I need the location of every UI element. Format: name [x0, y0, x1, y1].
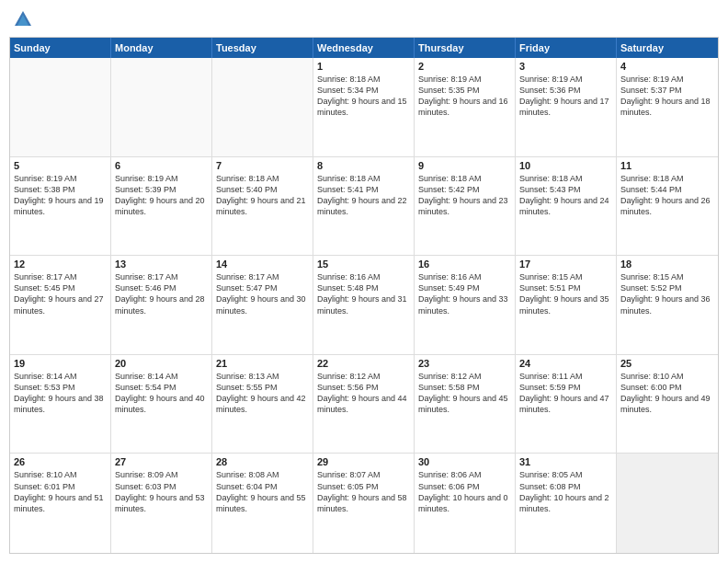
cell-info: Sunrise: 8:14 AM Sunset: 5:54 PM Dayligh…	[115, 371, 208, 416]
cell-info: Sunrise: 8:10 AM Sunset: 6:00 PM Dayligh…	[620, 371, 714, 416]
calendar-cell: 19Sunrise: 8:14 AM Sunset: 5:53 PM Dayli…	[10, 355, 111, 454]
day-number: 17	[519, 259, 612, 270]
calendar-cell	[212, 58, 313, 156]
calendar-cell: 11Sunrise: 8:18 AM Sunset: 5:44 PM Dayli…	[617, 157, 718, 256]
day-number: 21	[216, 358, 309, 369]
day-number: 8	[317, 160, 410, 171]
cell-info: Sunrise: 8:17 AM Sunset: 5:45 PM Dayligh…	[14, 271, 107, 316]
calendar-row: 19Sunrise: 8:14 AM Sunset: 5:53 PM Dayli…	[10, 355, 718, 454]
cell-info: Sunrise: 8:18 AM Sunset: 5:40 PM Dayligh…	[216, 173, 309, 218]
cell-info: Sunrise: 8:09 AM Sunset: 6:03 PM Dayligh…	[115, 469, 208, 514]
calendar-header-day: Thursday	[415, 38, 516, 58]
calendar-cell: 15Sunrise: 8:16 AM Sunset: 5:48 PM Dayli…	[313, 256, 415, 354]
calendar-cell: 21Sunrise: 8:13 AM Sunset: 5:55 PM Dayli…	[212, 355, 313, 454]
calendar-cell: 26Sunrise: 8:10 AM Sunset: 6:01 PM Dayli…	[10, 454, 111, 553]
calendar-cell: 10Sunrise: 8:18 AM Sunset: 5:43 PM Dayli…	[516, 157, 617, 256]
day-number: 18	[620, 259, 714, 270]
day-number: 12	[14, 259, 107, 270]
calendar-cell: 23Sunrise: 8:12 AM Sunset: 5:58 PM Dayli…	[415, 355, 516, 454]
calendar-cell: 22Sunrise: 8:12 AM Sunset: 5:56 PM Dayli…	[313, 355, 415, 454]
cell-info: Sunrise: 8:16 AM Sunset: 5:48 PM Dayligh…	[317, 271, 410, 316]
day-number: 29	[317, 456, 410, 467]
calendar-cell: 13Sunrise: 8:17 AM Sunset: 5:46 PM Dayli…	[111, 256, 212, 354]
calendar-cell: 14Sunrise: 8:17 AM Sunset: 5:47 PM Dayli…	[212, 256, 313, 354]
day-number: 25	[620, 358, 714, 369]
cell-info: Sunrise: 8:17 AM Sunset: 5:46 PM Dayligh…	[115, 271, 208, 316]
calendar-cell: 29Sunrise: 8:07 AM Sunset: 6:05 PM Dayli…	[313, 454, 415, 553]
cell-info: Sunrise: 8:08 AM Sunset: 6:04 PM Dayligh…	[216, 469, 309, 514]
day-number: 28	[216, 456, 309, 467]
cell-info: Sunrise: 8:18 AM Sunset: 5:34 PM Dayligh…	[317, 74, 410, 119]
calendar-cell: 31Sunrise: 8:05 AM Sunset: 6:08 PM Dayli…	[516, 454, 617, 553]
day-number: 31	[519, 456, 612, 467]
cell-info: Sunrise: 8:12 AM Sunset: 5:58 PM Dayligh…	[418, 371, 511, 416]
cell-info: Sunrise: 8:15 AM Sunset: 5:52 PM Dayligh…	[620, 271, 714, 316]
cell-info: Sunrise: 8:10 AM Sunset: 6:01 PM Dayligh…	[14, 469, 107, 514]
cell-info: Sunrise: 8:19 AM Sunset: 5:38 PM Dayligh…	[14, 173, 107, 218]
calendar-cell: 6Sunrise: 8:19 AM Sunset: 5:39 PM Daylig…	[111, 157, 212, 256]
cell-info: Sunrise: 8:13 AM Sunset: 5:55 PM Dayligh…	[216, 371, 309, 416]
calendar-cell: 8Sunrise: 8:18 AM Sunset: 5:41 PM Daylig…	[313, 157, 415, 256]
calendar-cell: 3Sunrise: 8:19 AM Sunset: 5:36 PM Daylig…	[516, 58, 617, 156]
cell-info: Sunrise: 8:16 AM Sunset: 5:49 PM Dayligh…	[418, 271, 511, 316]
calendar-header-day: Wednesday	[313, 38, 415, 58]
day-number: 24	[519, 358, 612, 369]
calendar-header-day: Sunday	[10, 38, 111, 58]
calendar-row: 26Sunrise: 8:10 AM Sunset: 6:01 PM Dayli…	[10, 454, 718, 553]
day-number: 16	[418, 259, 511, 270]
calendar-body: 1Sunrise: 8:18 AM Sunset: 5:34 PM Daylig…	[10, 58, 718, 553]
calendar-header-day: Monday	[111, 38, 212, 58]
calendar-header-day: Friday	[516, 38, 617, 58]
cell-info: Sunrise: 8:17 AM Sunset: 5:47 PM Dayligh…	[216, 271, 309, 316]
header	[9, 9, 719, 29]
logo-icon	[13, 9, 33, 29]
cell-info: Sunrise: 8:19 AM Sunset: 5:37 PM Dayligh…	[620, 74, 714, 119]
day-number: 23	[418, 358, 511, 369]
cell-info: Sunrise: 8:05 AM Sunset: 6:08 PM Dayligh…	[519, 469, 612, 514]
calendar-cell: 27Sunrise: 8:09 AM Sunset: 6:03 PM Dayli…	[111, 454, 212, 553]
calendar-header-day: Saturday	[617, 38, 718, 58]
calendar-row: 1Sunrise: 8:18 AM Sunset: 5:34 PM Daylig…	[10, 58, 718, 157]
calendar-cell	[111, 58, 212, 156]
day-number: 26	[14, 456, 107, 467]
calendar-header: SundayMondayTuesdayWednesdayThursdayFrid…	[10, 38, 718, 58]
cell-info: Sunrise: 8:19 AM Sunset: 5:36 PM Dayligh…	[519, 74, 612, 119]
calendar-cell	[617, 454, 718, 553]
calendar-row: 12Sunrise: 8:17 AM Sunset: 5:45 PM Dayli…	[10, 256, 718, 355]
cell-info: Sunrise: 8:18 AM Sunset: 5:41 PM Dayligh…	[317, 173, 410, 218]
cell-info: Sunrise: 8:19 AM Sunset: 5:35 PM Dayligh…	[418, 74, 511, 119]
calendar-cell: 2Sunrise: 8:19 AM Sunset: 5:35 PM Daylig…	[415, 58, 516, 156]
calendar-cell: 30Sunrise: 8:06 AM Sunset: 6:06 PM Dayli…	[415, 454, 516, 553]
calendar-cell: 28Sunrise: 8:08 AM Sunset: 6:04 PM Dayli…	[212, 454, 313, 553]
day-number: 5	[14, 160, 107, 171]
cell-info: Sunrise: 8:19 AM Sunset: 5:39 PM Dayligh…	[115, 173, 208, 218]
cell-info: Sunrise: 8:18 AM Sunset: 5:42 PM Dayligh…	[418, 173, 511, 218]
calendar-cell: 4Sunrise: 8:19 AM Sunset: 5:37 PM Daylig…	[617, 58, 718, 156]
calendar-cell	[10, 58, 111, 156]
day-number: 7	[216, 160, 309, 171]
calendar-cell: 7Sunrise: 8:18 AM Sunset: 5:40 PM Daylig…	[212, 157, 313, 256]
calendar-cell: 5Sunrise: 8:19 AM Sunset: 5:38 PM Daylig…	[10, 157, 111, 256]
day-number: 20	[115, 358, 208, 369]
cell-info: Sunrise: 8:11 AM Sunset: 5:59 PM Dayligh…	[519, 371, 612, 416]
day-number: 9	[418, 160, 511, 171]
calendar-cell: 24Sunrise: 8:11 AM Sunset: 5:59 PM Dayli…	[516, 355, 617, 454]
day-number: 22	[317, 358, 410, 369]
cell-info: Sunrise: 8:14 AM Sunset: 5:53 PM Dayligh…	[14, 371, 107, 416]
cell-info: Sunrise: 8:18 AM Sunset: 5:43 PM Dayligh…	[519, 173, 612, 218]
day-number: 1	[317, 61, 410, 72]
calendar-cell: 25Sunrise: 8:10 AM Sunset: 6:00 PM Dayli…	[617, 355, 718, 454]
calendar-header-day: Tuesday	[212, 38, 313, 58]
calendar-cell: 16Sunrise: 8:16 AM Sunset: 5:49 PM Dayli…	[415, 256, 516, 354]
day-number: 27	[115, 456, 208, 467]
cell-info: Sunrise: 8:06 AM Sunset: 6:06 PM Dayligh…	[418, 469, 511, 514]
calendar-cell: 12Sunrise: 8:17 AM Sunset: 5:45 PM Dayli…	[10, 256, 111, 354]
calendar-cell: 20Sunrise: 8:14 AM Sunset: 5:54 PM Dayli…	[111, 355, 212, 454]
calendar-cell: 9Sunrise: 8:18 AM Sunset: 5:42 PM Daylig…	[415, 157, 516, 256]
calendar-row: 5Sunrise: 8:19 AM Sunset: 5:38 PM Daylig…	[10, 157, 718, 257]
page: SundayMondayTuesdayWednesdayThursdayFrid…	[0, 0, 728, 563]
cell-info: Sunrise: 8:15 AM Sunset: 5:51 PM Dayligh…	[519, 271, 612, 316]
day-number: 30	[418, 456, 511, 467]
day-number: 2	[418, 61, 511, 72]
day-number: 10	[519, 160, 612, 171]
